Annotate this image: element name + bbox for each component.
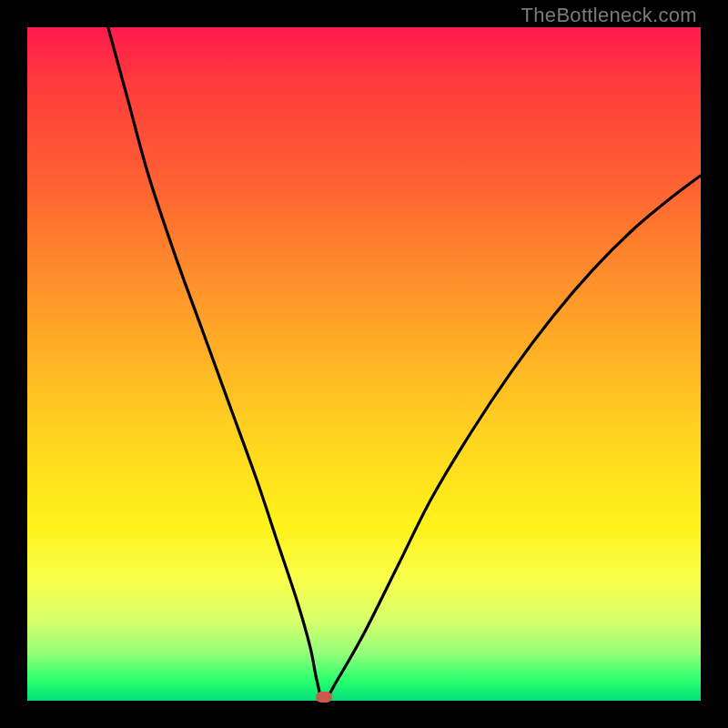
curve-svg <box>27 27 701 701</box>
bottleneck-curve-path <box>108 27 701 701</box>
plot-area <box>27 27 701 701</box>
watermark-text: TheBottleneck.com <box>521 4 697 27</box>
min-point-marker <box>316 692 332 703</box>
chart-frame: TheBottleneck.com <box>0 0 728 728</box>
